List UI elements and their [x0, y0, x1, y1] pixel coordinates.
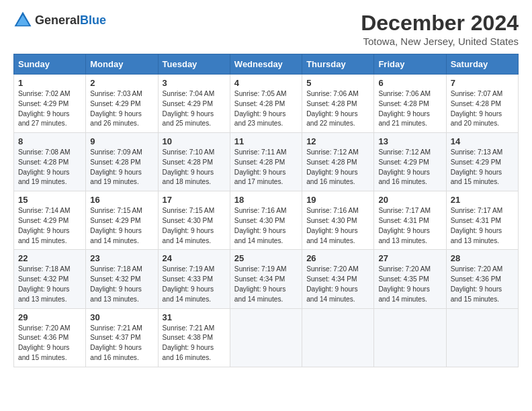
calendar-cell: 19Sunrise: 7:16 AMSunset: 4:30 PMDayligh… [302, 191, 374, 250]
day-info: Sunrise: 7:11 AMSunset: 4:28 PMDaylight:… [234, 148, 298, 187]
logo-blue-text: Blue [80, 13, 106, 27]
calendar-cell: 14Sunrise: 7:13 AMSunset: 4:29 PMDayligh… [446, 133, 518, 191]
day-number: 21 [451, 195, 514, 205]
day-info: Sunrise: 7:15 AMSunset: 4:30 PMDaylight:… [163, 206, 226, 246]
calendar-cell: 31Sunrise: 7:21 AMSunset: 4:38 PMDayligh… [158, 308, 230, 367]
day-number: 25 [234, 253, 298, 263]
day-info: Sunrise: 7:19 AMSunset: 4:33 PMDaylight:… [163, 265, 226, 304]
day-info: Sunrise: 7:07 AMSunset: 4:28 PMDaylight:… [451, 89, 514, 129]
day-number: 29 [18, 312, 81, 322]
day-number: 17 [163, 195, 226, 205]
header-day-wednesday: Wednesday [230, 54, 302, 75]
calendar-week-1: 1Sunrise: 7:02 AMSunset: 4:29 PMDaylight… [14, 75, 519, 133]
day-number: 4 [234, 78, 298, 88]
day-number: 22 [18, 253, 81, 263]
day-number: 13 [378, 136, 441, 146]
day-info: Sunrise: 7:13 AMSunset: 4:29 PMDaylight:… [451, 148, 514, 187]
day-number: 27 [378, 253, 441, 263]
header-day-saturday: Saturday [446, 54, 518, 75]
logo: GeneralBlue [13, 11, 106, 30]
calendar-cell: 15Sunrise: 7:14 AMSunset: 4:29 PMDayligh… [14, 191, 86, 250]
day-number: 9 [90, 136, 153, 146]
calendar-cell: 25Sunrise: 7:19 AMSunset: 4:34 PMDayligh… [230, 250, 302, 308]
calendar-cell: 2Sunrise: 7:03 AMSunset: 4:29 PMDaylight… [86, 75, 158, 133]
day-info: Sunrise: 7:12 AMSunset: 4:28 PMDaylight:… [306, 148, 369, 187]
day-number: 26 [306, 253, 369, 263]
day-info: Sunrise: 7:14 AMSunset: 4:29 PMDaylight:… [18, 206, 81, 246]
calendar-cell: 10Sunrise: 7:10 AMSunset: 4:28 PMDayligh… [158, 133, 230, 191]
calendar-cell: 11Sunrise: 7:11 AMSunset: 4:28 PMDayligh… [230, 133, 302, 191]
calendar-week-3: 15Sunrise: 7:14 AMSunset: 4:29 PMDayligh… [14, 191, 519, 250]
day-info: Sunrise: 7:18 AMSunset: 4:32 PMDaylight:… [90, 265, 153, 304]
day-info: Sunrise: 7:18 AMSunset: 4:32 PMDaylight:… [18, 265, 81, 304]
day-info: Sunrise: 7:21 AMSunset: 4:37 PMDaylight:… [90, 324, 153, 363]
calendar-title: December 2024 [361, 11, 519, 36]
day-number: 19 [306, 195, 369, 205]
day-info: Sunrise: 7:17 AMSunset: 4:31 PMDaylight:… [378, 206, 441, 246]
day-info: Sunrise: 7:10 AMSunset: 4:28 PMDaylight:… [163, 148, 226, 187]
calendar-cell: 3Sunrise: 7:04 AMSunset: 4:29 PMDaylight… [158, 75, 230, 133]
calendar-cell [374, 308, 446, 367]
header-day-monday: Monday [86, 54, 158, 75]
day-number: 12 [306, 136, 369, 146]
calendar-cell: 20Sunrise: 7:17 AMSunset: 4:31 PMDayligh… [374, 191, 446, 250]
day-info: Sunrise: 7:16 AMSunset: 4:30 PMDaylight:… [234, 206, 298, 246]
day-info: Sunrise: 7:16 AMSunset: 4:30 PMDaylight:… [306, 206, 369, 246]
day-info: Sunrise: 7:03 AMSunset: 4:29 PMDaylight:… [90, 89, 153, 129]
day-number: 1 [18, 78, 81, 88]
day-info: Sunrise: 7:09 AMSunset: 4:28 PMDaylight:… [90, 148, 153, 187]
header-day-friday: Friday [374, 54, 446, 75]
header-day-sunday: Sunday [14, 54, 86, 75]
day-number: 28 [451, 253, 514, 263]
calendar-cell: 12Sunrise: 7:12 AMSunset: 4:28 PMDayligh… [302, 133, 374, 191]
day-info: Sunrise: 7:19 AMSunset: 4:34 PMDaylight:… [234, 265, 298, 304]
calendar-cell: 30Sunrise: 7:21 AMSunset: 4:37 PMDayligh… [86, 308, 158, 367]
day-number: 30 [90, 312, 153, 322]
day-number: 20 [378, 195, 441, 205]
calendar-body: 1Sunrise: 7:02 AMSunset: 4:29 PMDaylight… [14, 75, 519, 367]
day-info: Sunrise: 7:08 AMSunset: 4:28 PMDaylight:… [18, 148, 81, 187]
calendar-cell: 4Sunrise: 7:05 AMSunset: 4:28 PMDaylight… [230, 75, 302, 133]
calendar-subtitle: Totowa, New Jersey, United States [361, 36, 519, 47]
day-number: 16 [90, 195, 153, 205]
day-info: Sunrise: 7:06 AMSunset: 4:28 PMDaylight:… [306, 89, 369, 129]
day-number: 15 [18, 195, 81, 205]
day-number: 7 [451, 78, 514, 88]
title-area: December 2024 Totowa, New Jersey, United… [361, 11, 519, 47]
calendar-cell: 8Sunrise: 7:08 AMSunset: 4:28 PMDaylight… [14, 133, 86, 191]
day-info: Sunrise: 7:06 AMSunset: 4:28 PMDaylight:… [378, 89, 441, 129]
calendar-cell [302, 308, 374, 367]
calendar-cell: 1Sunrise: 7:02 AMSunset: 4:29 PMDaylight… [14, 75, 86, 133]
calendar-header: SundayMondayTuesdayWednesdayThursdayFrid… [14, 54, 519, 75]
day-info: Sunrise: 7:12 AMSunset: 4:29 PMDaylight:… [378, 148, 441, 187]
day-number: 18 [234, 195, 298, 205]
day-info: Sunrise: 7:15 AMSunset: 4:29 PMDaylight:… [90, 206, 153, 246]
calendar-week-4: 22Sunrise: 7:18 AMSunset: 4:32 PMDayligh… [14, 250, 519, 308]
logo-icon [13, 11, 32, 30]
calendar-cell: 13Sunrise: 7:12 AMSunset: 4:29 PMDayligh… [374, 133, 446, 191]
calendar-cell: 27Sunrise: 7:20 AMSunset: 4:35 PMDayligh… [374, 250, 446, 308]
header-day-thursday: Thursday [302, 54, 374, 75]
calendar-week-5: 29Sunrise: 7:20 AMSunset: 4:36 PMDayligh… [14, 308, 519, 367]
day-number: 6 [378, 78, 441, 88]
calendar-cell: 24Sunrise: 7:19 AMSunset: 4:33 PMDayligh… [158, 250, 230, 308]
day-info: Sunrise: 7:20 AMSunset: 4:36 PMDaylight:… [18, 324, 81, 363]
header-row: SundayMondayTuesdayWednesdayThursdayFrid… [14, 54, 519, 75]
day-number: 8 [18, 136, 81, 146]
header-day-tuesday: Tuesday [158, 54, 230, 75]
calendar-cell: 7Sunrise: 7:07 AMSunset: 4:28 PMDaylight… [446, 75, 518, 133]
day-number: 24 [163, 253, 226, 263]
calendar-table: SundayMondayTuesdayWednesdayThursdayFrid… [13, 54, 519, 367]
calendar-cell: 16Sunrise: 7:15 AMSunset: 4:29 PMDayligh… [86, 191, 158, 250]
calendar-cell: 28Sunrise: 7:20 AMSunset: 4:36 PMDayligh… [446, 250, 518, 308]
header: GeneralBlue December 2024 Totowa, New Je… [13, 11, 519, 47]
calendar-cell: 9Sunrise: 7:09 AMSunset: 4:28 PMDaylight… [86, 133, 158, 191]
day-info: Sunrise: 7:04 AMSunset: 4:29 PMDaylight:… [163, 89, 226, 129]
calendar-cell: 26Sunrise: 7:20 AMSunset: 4:34 PMDayligh… [302, 250, 374, 308]
day-number: 5 [306, 78, 369, 88]
calendar-cell: 22Sunrise: 7:18 AMSunset: 4:32 PMDayligh… [14, 250, 86, 308]
calendar-cell: 21Sunrise: 7:17 AMSunset: 4:31 PMDayligh… [446, 191, 518, 250]
day-info: Sunrise: 7:20 AMSunset: 4:34 PMDaylight:… [306, 265, 369, 304]
calendar-cell: 29Sunrise: 7:20 AMSunset: 4:36 PMDayligh… [14, 308, 86, 367]
day-number: 14 [451, 136, 514, 146]
